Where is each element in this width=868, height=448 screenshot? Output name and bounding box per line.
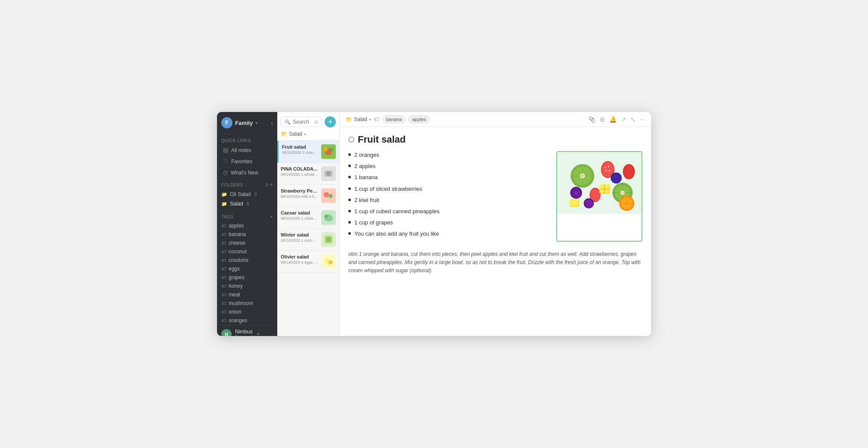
tag-pill-apples[interactable]: apples [408, 115, 430, 123]
svg-point-44 [574, 191, 578, 195]
note-item-meta: 08/14/2020 1 cucumber, ... [281, 238, 319, 243]
tag-item-onion[interactable]: 🏷 onion [217, 308, 277, 316]
sidebar-item-all-notes[interactable]: ▤ All notes [219, 145, 276, 156]
more-options-icon[interactable]: ··· [640, 116, 645, 123]
fullscreen-icon[interactable]: ⤡ [630, 116, 636, 123]
sidebar-item-favorites[interactable]: ♡ Favorites [219, 156, 276, 167]
folders-sort-button[interactable]: ≡ [265, 182, 268, 188]
share-icon[interactable]: ↗ [621, 116, 626, 123]
folder-icon: 📁 [221, 192, 227, 197]
note-item-fruit-salad[interactable]: Fruit salad 08/19/2020 2 oranges 2 a... [277, 141, 339, 163]
tag-item-cheese[interactable]: 🏷 cheese [217, 239, 277, 247]
folders-add-button[interactable]: + [270, 182, 273, 188]
ingredient-text: 1 cup of sliced strawberries [354, 185, 422, 193]
folder-breadcrumb: 📁 Salad ▾ [281, 131, 336, 137]
note-ingredients-list: 2 oranges 2 apples 1 banana 1 cup of sli… [348, 151, 548, 242]
sidebar-collapse-button[interactable]: ‹ [271, 119, 273, 126]
note-thumbnail [321, 232, 336, 247]
tag-label: meat [229, 292, 240, 298]
bullet-dot [348, 199, 351, 201]
note-item-content: Fruit salad 08/19/2020 2 oranges 2 a... [282, 144, 319, 155]
workspace-avatar: F [221, 117, 232, 128]
note-item-title: Caesar salad [281, 210, 319, 215]
bullet-dot [348, 153, 351, 156]
note-item-meta: 08/14/2020 4 eggs 4-5 no... [281, 260, 319, 264]
tag-pill-banana[interactable]: banana [382, 115, 406, 123]
folder-name: Salad [230, 201, 243, 207]
folder-dropdown-icon: ▾ [369, 117, 371, 122]
bell-icon[interactable]: 🔔 [609, 116, 617, 123]
search-box[interactable]: 🔍 ⊟ [281, 117, 322, 127]
tag-icon: 🏷 [221, 232, 226, 237]
folders-actions: ≡ + [265, 182, 273, 188]
clock-icon: ◷ [223, 169, 228, 176]
tag-item-coconut[interactable]: 🏷 coconut [217, 247, 277, 256]
tag-item-honey[interactable]: 🏷 honey [217, 282, 277, 290]
ingredient-text: 1 cup of grapes [354, 219, 393, 227]
tag-icon: 🏷 [221, 309, 226, 314]
sidebar-item-whats-new[interactable]: ◷ What's New [219, 167, 276, 178]
tag-item-grapes[interactable]: 🏷 grapes [217, 273, 277, 282]
filter-icon[interactable]: ⊟ [314, 119, 318, 125]
note-item-caesar-salad[interactable]: Caesar salad 08/14/2020 1 chicken bre... [277, 207, 339, 229]
add-note-button[interactable]: + [325, 116, 336, 128]
svg-point-46 [585, 199, 593, 208]
note-folder-selector[interactable]: 📁 Salad ▾ [346, 116, 371, 122]
breadcrumb-dropdown-icon[interactable]: ▾ [304, 132, 306, 137]
tag-item-oranges[interactable]: 🏷 oranges [217, 316, 277, 325]
tag-icon: 🏷 [221, 258, 226, 263]
note-item-content: Winter salad 08/14/2020 1 cucumber, ... [281, 232, 319, 243]
tags-title: Tags [221, 215, 233, 219]
note-main-title: Fruit salad [348, 134, 642, 145]
svg-point-39 [624, 165, 634, 178]
user-avatar: N [221, 329, 232, 336]
tag-item-banana[interactable]: 🏷 banana [217, 230, 277, 239]
tag-icon: 🏷 [221, 301, 226, 306]
tag-icon: 🏷 [221, 275, 226, 280]
folder-item-oil-salad[interactable]: 📁 Oil Salad 3 [217, 190, 277, 199]
note-thumbnail [321, 188, 336, 203]
notes-list-panel: 🔍 ⊟ + 📁 Salad ▾ Fruit salad 08/19/2020 2… [277, 112, 340, 336]
tag-label: honey [229, 283, 243, 289]
bullet-dot [348, 232, 351, 235]
tag-icon: 🏷 [374, 116, 380, 123]
folder-count: 3 [254, 192, 257, 197]
tag-label: onion [229, 309, 241, 315]
note-item-title: Strawberry Pecan Pret... [281, 188, 319, 193]
tag-item-meat[interactable]: 🏷 meat [217, 290, 277, 299]
tag-item-apples[interactable]: 🏷 apples [217, 221, 277, 230]
note-item-meta: 08/14/2020 1 chicken bre... [281, 216, 319, 221]
note-item-winter-salad[interactable]: Winter salad 08/14/2020 1 cucumber, ... [277, 229, 339, 251]
sidebar-item-label: What's New [231, 170, 258, 176]
note-item-content: Caesar salad 08/14/2020 1 chicken bre... [281, 210, 319, 221]
search-input[interactable] [293, 119, 312, 125]
note-thumbnail [321, 144, 336, 159]
notes-toolbar: 🔍 ⊟ + [281, 116, 336, 128]
tag-item-croutons[interactable]: 🏷 croutons [217, 256, 277, 264]
tag-icon: 🏷 [221, 223, 226, 228]
note-content-area: 📁 Salad ▾ 🏷 banana apples 📎 ⊞ 🔔 ↗ ⤡ ··· [340, 112, 651, 336]
note-item-title: Winter salad [281, 232, 319, 237]
ingredient-text: 2 kiwi fruit [354, 196, 379, 204]
tag-item-mushroom[interactable]: 🏷 mushroom [217, 299, 277, 308]
note-item-strawberry-pecan[interactable]: Strawberry Pecan Pret... 08/19/2020 Add … [277, 185, 339, 207]
tag-item-eggs[interactable]: 🏷 eggs [217, 264, 277, 273]
grid-view-icon[interactable]: ⊞ [600, 116, 605, 123]
bullet-item-0: 2 oranges [348, 151, 548, 159]
svg-point-9 [329, 194, 333, 198]
folder-item-salad[interactable]: 📁 Salad 8 [217, 199, 277, 208]
user-profile[interactable]: N Nimbus Personal ▾ [217, 325, 277, 336]
bullet-item-3: 1 cup of sliced strawberries [348, 185, 548, 193]
tag-label: coconut [229, 249, 247, 255]
svg-point-8 [324, 192, 329, 197]
tags-add-button[interactable]: + [270, 214, 273, 220]
note-thumbnail [321, 254, 336, 269]
bullet-dot [348, 176, 351, 178]
attach-icon[interactable]: 📎 [588, 116, 595, 123]
ingredient-text: You can also add any fruit you like [354, 230, 439, 238]
sidebar-header: F Family ▾ ‹ [217, 112, 277, 134]
note-item-olivier-salad[interactable]: Olivier salad 08/14/2020 4 eggs 4-5 no..… [277, 251, 339, 273]
note-item-pina-colada[interactable]: PINA COLADA FRUIT S... 08/19/2020 1 whol… [277, 163, 339, 185]
fruit-salad-image [557, 152, 642, 215]
workspace-selector[interactable]: F Family ▾ [221, 117, 257, 128]
